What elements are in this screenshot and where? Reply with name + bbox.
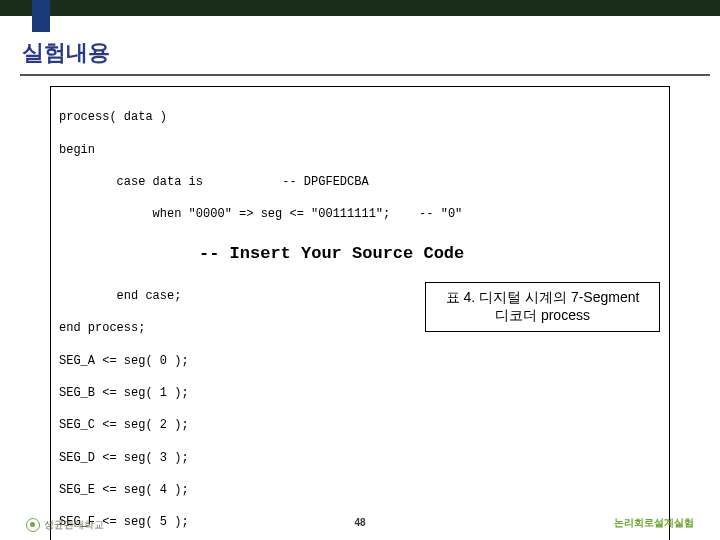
code-line: SEG_A <= seg( 0 ); (59, 353, 661, 369)
code-fragment: case data is (59, 175, 203, 189)
caption-line: 디코더 process (434, 307, 651, 325)
code-line: when "0000" => seg <= "00111111"; -- "0" (59, 206, 661, 222)
code-line: SEG_E <= seg( 4 ); (59, 482, 661, 498)
code-fragment: when "0000" => seg <= "00111111"; (59, 207, 390, 221)
top-bar (0, 0, 720, 16)
code-line: process( data ) (59, 109, 661, 125)
code-line: SEG_D <= seg( 3 ); (59, 450, 661, 466)
title-underline (20, 74, 710, 76)
code-line: begin (59, 142, 661, 158)
code-comment: -- "0" (419, 207, 462, 221)
code-line: SEG_C <= seg( 2 ); (59, 417, 661, 433)
page-title: 실험내용 (0, 16, 720, 72)
insert-comment: -- Insert Your Source Code (59, 243, 661, 266)
footer-right-text: 논리회로설계실험 (614, 516, 694, 530)
caption-line: 표 4. 디지털 시계의 7-Segment (434, 289, 651, 307)
code-line: case data is -- DPGFEDCBA (59, 174, 661, 190)
code-comment: -- DPGFEDCBA (282, 175, 368, 189)
code-line: SEG_B <= seg( 1 ); (59, 385, 661, 401)
figure-caption: 표 4. 디지털 시계의 7-Segment 디코더 process (425, 282, 660, 332)
page-number: 48 (0, 517, 720, 528)
footer: 성균관대학교 48 논리회로설계실험 (0, 508, 720, 532)
